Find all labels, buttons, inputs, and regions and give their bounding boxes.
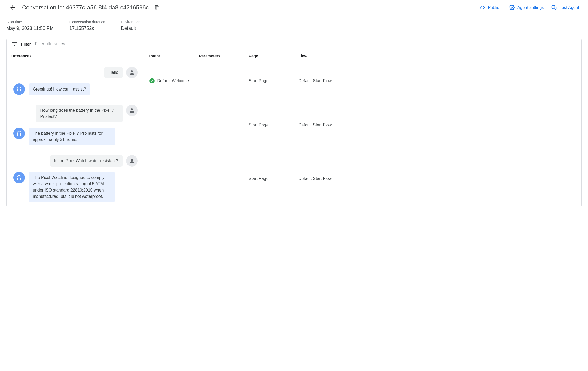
col-header-params: Parameters bbox=[194, 50, 244, 62]
col-header-utterances: Utterances bbox=[7, 50, 145, 62]
meta-start-time-value: May 9, 2023 11:50 PM bbox=[6, 26, 54, 31]
publish-label: Publish bbox=[488, 5, 501, 10]
intent-cell bbox=[145, 150, 194, 207]
svg-point-4 bbox=[131, 159, 133, 161]
user-avatar bbox=[126, 67, 138, 78]
utterances-cell: How long does the battery in the Pixel 7… bbox=[7, 100, 145, 150]
intent-cell: Default Welcome bbox=[145, 62, 194, 100]
check-icon bbox=[151, 79, 154, 82]
table-row[interactable]: Is the Pixel Watch water resistant? The … bbox=[7, 150, 581, 207]
table-row[interactable]: Hello Greetings! How can I assist? Defau… bbox=[7, 62, 581, 100]
svg-point-2 bbox=[131, 70, 133, 72]
agent-turn: Greetings! How can I assist? bbox=[13, 83, 138, 95]
agent-bubble: The battery in the Pixel 7 Pro lasts for… bbox=[29, 128, 115, 145]
headset-icon bbox=[16, 130, 22, 137]
user-avatar bbox=[126, 155, 138, 167]
agent-turn: The battery in the Pixel 7 Pro lasts for… bbox=[13, 128, 138, 145]
intent-text: Default Welcome bbox=[157, 78, 189, 83]
user-bubble: Is the Pixel Watch water resistant? bbox=[50, 155, 123, 167]
test-agent-label: Test Agent bbox=[559, 5, 579, 10]
meta-duration-label: Conversation duration bbox=[69, 20, 105, 24]
conversation-table: Filter Utterances Intent Parameters Page… bbox=[6, 38, 582, 207]
filter-label: Filter bbox=[21, 42, 31, 46]
agent-settings-button[interactable]: Agent settings bbox=[505, 3, 547, 13]
flow-cell: Default Start Flow bbox=[294, 150, 581, 207]
meta-environment-value: Default bbox=[121, 26, 142, 31]
filter-row: Filter bbox=[7, 38, 581, 50]
user-turn: How long does the battery in the Pixel 7… bbox=[13, 105, 138, 122]
agent-settings-label: Agent settings bbox=[517, 5, 544, 10]
meta-start-time: Start time May 9, 2023 11:50 PM bbox=[6, 20, 54, 31]
code-icon bbox=[479, 5, 485, 10]
page-cell: Start Page bbox=[244, 62, 294, 100]
col-header-intent: Intent bbox=[145, 50, 194, 62]
svg-point-3 bbox=[131, 108, 133, 110]
agent-bubble: Greetings! How can I assist? bbox=[29, 83, 90, 95]
user-avatar bbox=[126, 105, 138, 116]
user-turn: Hello bbox=[13, 67, 138, 78]
agent-turn: The Pixel Watch is designed to comply wi… bbox=[13, 172, 138, 202]
conversation-meta: Start time May 9, 2023 11:50 PM Conversa… bbox=[0, 15, 588, 38]
test-agent-button[interactable]: Test Agent bbox=[547, 3, 583, 13]
back-button[interactable] bbox=[7, 2, 18, 13]
intent-match-badge bbox=[149, 78, 155, 83]
agent-bubble: The Pixel Watch is designed to comply wi… bbox=[29, 172, 115, 202]
meta-start-time-label: Start time bbox=[6, 20, 54, 24]
col-header-page: Page bbox=[244, 50, 294, 62]
agent-avatar bbox=[13, 83, 25, 95]
arrow-back-icon bbox=[9, 4, 16, 11]
page-cell: Start Page bbox=[244, 150, 294, 207]
page-title: Conversation Id: 46377c-a56-8f4-da8-c421… bbox=[22, 4, 149, 11]
chat-icon bbox=[551, 5, 557, 10]
copy-icon bbox=[154, 5, 160, 10]
col-header-flow: Flow bbox=[294, 50, 581, 62]
person-icon bbox=[129, 158, 135, 164]
meta-environment-label: Environment bbox=[121, 20, 142, 24]
meta-duration: Conversation duration 17.155752s bbox=[69, 20, 105, 31]
user-turn: Is the Pixel Watch water resistant? bbox=[13, 155, 138, 167]
meta-environment: Environment Default bbox=[121, 20, 142, 31]
user-bubble: How long does the battery in the Pixel 7… bbox=[36, 105, 123, 122]
person-icon bbox=[129, 69, 135, 76]
utterances-cell: Hello Greetings! How can I assist? bbox=[7, 62, 145, 100]
flow-cell: Default Start Flow bbox=[294, 62, 581, 100]
utterances-cell: Is the Pixel Watch water resistant? The … bbox=[7, 150, 145, 207]
page-cell: Start Page bbox=[244, 100, 294, 150]
gear-icon bbox=[509, 5, 515, 10]
headset-icon bbox=[16, 86, 22, 92]
topbar: Conversation Id: 46377c-a56-8f4-da8-c421… bbox=[0, 0, 588, 15]
parameters-cell bbox=[194, 150, 244, 207]
filter-input[interactable] bbox=[35, 41, 577, 47]
svg-point-1 bbox=[511, 7, 513, 8]
user-bubble: Hello bbox=[104, 67, 122, 78]
copy-id-button[interactable] bbox=[152, 2, 162, 13]
publish-button[interactable]: Publish bbox=[476, 3, 505, 13]
table-row[interactable]: How long does the battery in the Pixel 7… bbox=[7, 100, 581, 150]
parameters-cell bbox=[194, 100, 244, 150]
filter-icon bbox=[11, 41, 18, 47]
flow-cell: Default Start Flow bbox=[294, 100, 581, 150]
parameters-cell bbox=[194, 62, 244, 100]
agent-avatar bbox=[13, 172, 25, 183]
headset-icon bbox=[16, 175, 22, 181]
person-icon bbox=[129, 107, 135, 114]
intent-cell bbox=[145, 100, 194, 150]
svg-rect-0 bbox=[156, 7, 159, 10]
meta-duration-value: 17.155752s bbox=[69, 26, 105, 31]
agent-avatar bbox=[13, 128, 25, 139]
